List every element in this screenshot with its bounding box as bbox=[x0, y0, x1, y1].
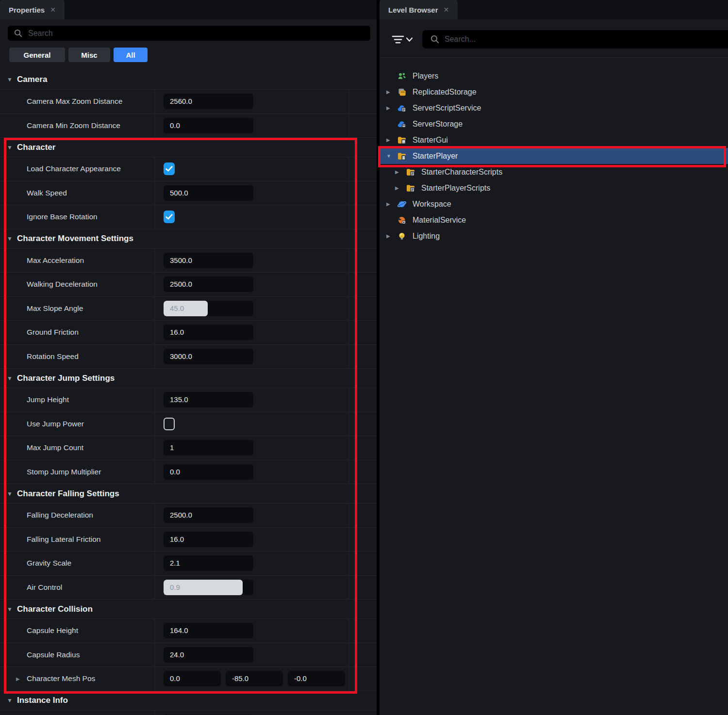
section-header[interactable]: ▼Character Jump Settings bbox=[0, 368, 377, 388]
material-service-icon bbox=[397, 215, 407, 225]
value-text: 16.0 bbox=[170, 535, 184, 543]
property-row: Ground Friction16.0 bbox=[0, 320, 377, 344]
chevron-right-icon[interactable]: ▶ bbox=[386, 233, 393, 239]
property-row: Air Control0.9 bbox=[0, 575, 377, 600]
chevron-right-icon[interactable]: ▶ bbox=[386, 137, 393, 143]
tree-item-starterplayerscripts[interactable]: ▶StarterPlayerScripts bbox=[380, 180, 728, 196]
tab-level-browser[interactable]: Level Browser ✕ bbox=[380, 0, 458, 19]
value-text: 0.0 bbox=[170, 121, 180, 130]
workspace-icon bbox=[397, 199, 407, 209]
vector-field-x[interactable]: 0.0 bbox=[164, 671, 221, 686]
chevron-right-icon[interactable]: ▶ bbox=[395, 169, 401, 175]
tree-item-materialservice[interactable]: MaterialService bbox=[380, 212, 728, 228]
section-header[interactable]: ▼Camera bbox=[0, 70, 377, 89]
level-browser-search-input[interactable] bbox=[422, 30, 728, 49]
slider-field[interactable]: 45.0 bbox=[164, 301, 253, 316]
value-field[interactable]: 24.0 bbox=[164, 647, 253, 663]
section-header[interactable]: ▼Instance Info bbox=[0, 691, 377, 710]
section-header[interactable]: ▼Character Movement Settings bbox=[0, 229, 377, 248]
slider-value-text: 0.9 bbox=[170, 580, 180, 595]
filter-button-all[interactable]: All bbox=[114, 48, 148, 62]
chevron-right-icon[interactable]: ▶ bbox=[395, 185, 401, 191]
replicated-storage-icon bbox=[397, 87, 407, 97]
lighting-icon bbox=[397, 231, 407, 241]
tree-item-label: StarterCharacterScripts bbox=[421, 168, 502, 177]
property-label: Walk Speed bbox=[27, 181, 67, 205]
property-row: Stomp Jump Multiplier0.0 bbox=[0, 460, 377, 484]
value-field[interactable]: 1 bbox=[164, 440, 253, 455]
tree-item-startercharacterscripts[interactable]: ▶StarterCharacterScripts bbox=[380, 164, 728, 180]
vector-field-z[interactable]: -0.0 bbox=[288, 671, 345, 686]
property-label: Character Mesh Pos bbox=[27, 667, 95, 691]
property-row: Max Slope Angle45.0 bbox=[0, 296, 377, 321]
property-row: Capsule Radius24.0 bbox=[0, 643, 377, 667]
property-row: Use Jump Power bbox=[0, 412, 377, 436]
filter-button-misc[interactable]: Misc bbox=[68, 48, 110, 62]
value-field[interactable]: 3500.0 bbox=[164, 253, 253, 268]
close-icon[interactable]: ✕ bbox=[50, 6, 56, 14]
property-row: Load Character Appearance bbox=[0, 157, 377, 181]
properties-search-input[interactable] bbox=[8, 26, 370, 41]
properties-tabbar: Properties ✕ bbox=[0, 0, 377, 19]
server-script-service-icon bbox=[397, 103, 407, 113]
players-icon bbox=[397, 71, 407, 81]
value-field[interactable]: 2560.0 bbox=[164, 94, 253, 109]
level-browser-toolbar bbox=[380, 27, 728, 51]
slider-field[interactable]: 0.9 bbox=[164, 580, 253, 595]
checkbox-checked[interactable] bbox=[164, 162, 175, 175]
filter-button-general[interactable]: General bbox=[9, 48, 65, 62]
value-text: 2560.0 bbox=[170, 97, 192, 105]
tree-item-lighting[interactable]: ▶Lighting bbox=[380, 228, 728, 244]
level-browser-panel: Level Browser ✕ Players▶ReplicatedStorag… bbox=[380, 0, 728, 715]
property-value bbox=[164, 157, 175, 181]
level-browser-tabbar: Level Browser ✕ bbox=[380, 0, 728, 19]
property-value: 0.9 bbox=[164, 576, 253, 600]
tree-item-players[interactable]: Players bbox=[380, 68, 728, 84]
tree-item-label: Workspace bbox=[413, 200, 451, 209]
value-field[interactable]: 2500.0 bbox=[164, 507, 253, 523]
property-value: 0.0 bbox=[164, 460, 253, 484]
value-field[interactable]: 16.0 bbox=[164, 532, 253, 547]
tree-item-starterplayer[interactable]: ▼StarterPlayer bbox=[380, 148, 728, 164]
value-field[interactable]: 135.0 bbox=[164, 392, 253, 407]
section-header[interactable]: ▼Character Collision bbox=[0, 599, 377, 618]
property-label: Rotation Speed bbox=[27, 345, 79, 369]
tree-item-serverstorage[interactable]: ServerStorage bbox=[380, 116, 728, 132]
filter-dropdown-icon[interactable] bbox=[389, 31, 414, 50]
chevron-right-icon[interactable]: ▶ bbox=[386, 201, 393, 207]
value-field[interactable]: 3000.0 bbox=[164, 349, 253, 364]
value-field[interactable]: 2500.0 bbox=[164, 276, 253, 292]
chevron-right-icon[interactable]: ▶ bbox=[386, 89, 393, 95]
chevron-right-icon[interactable]: ▶ bbox=[16, 676, 20, 682]
value-field[interactable]: 0.0 bbox=[164, 118, 253, 133]
section-header[interactable]: ▼Character Falling Settings bbox=[0, 484, 377, 503]
vector-field-y[interactable]: -85.0 bbox=[226, 671, 283, 686]
value-field[interactable]: 164.0 bbox=[164, 623, 253, 638]
property-label: Camera Min Zoom Distance bbox=[27, 114, 120, 138]
value-text: 24.0 bbox=[170, 650, 184, 659]
tree-item-serverscriptservice[interactable]: ▶ServerScriptService bbox=[380, 100, 728, 116]
checkbox-unchecked[interactable] bbox=[164, 418, 175, 430]
tree-item-label: MaterialService bbox=[413, 216, 466, 225]
property-value: 3000.0 bbox=[164, 345, 253, 369]
tree-item-replicatedstorage[interactable]: ▶ReplicatedStorage bbox=[380, 84, 728, 100]
tree-item-workspace[interactable]: ▶Workspace bbox=[380, 196, 728, 212]
close-icon[interactable]: ✕ bbox=[444, 6, 449, 14]
level-browser-tab-title: Level Browser bbox=[388, 6, 438, 14]
tree-item-label: StarterPlayerScripts bbox=[421, 184, 490, 193]
chevron-down-icon: ▼ bbox=[7, 144, 17, 151]
tab-properties[interactable]: Properties ✕ bbox=[0, 0, 65, 19]
chevron-down-icon: ▼ bbox=[7, 606, 17, 613]
chevron-down-icon[interactable]: ▼ bbox=[386, 153, 393, 159]
value-field[interactable]: 500.0 bbox=[164, 185, 253, 201]
checkbox-checked[interactable] bbox=[164, 211, 175, 223]
section-header[interactable]: ▼Character bbox=[0, 137, 377, 157]
value-field[interactable]: 16.0 bbox=[164, 325, 253, 340]
value-field[interactable]: 2.1 bbox=[164, 555, 253, 571]
tree-item-startergui[interactable]: ▶StarterGui bbox=[380, 132, 728, 148]
property-row: Jump Height135.0 bbox=[0, 388, 377, 412]
value-text: 3500.0 bbox=[170, 256, 192, 264]
value-field[interactable]: 0.0 bbox=[164, 464, 253, 480]
value-text: 2.1 bbox=[170, 559, 180, 567]
chevron-right-icon[interactable]: ▶ bbox=[386, 105, 393, 111]
